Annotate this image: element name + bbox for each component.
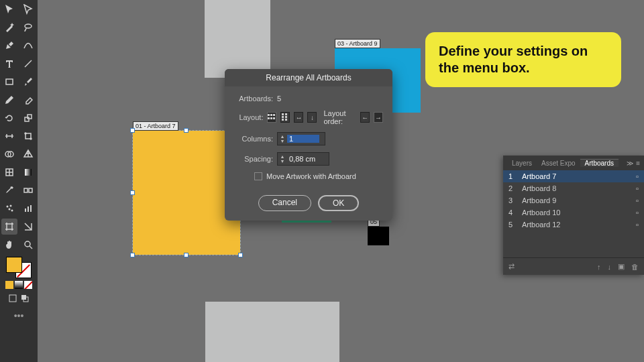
magic-wand-tool-icon[interactable] [1, 19, 17, 36]
spacing-label: Spacing: [234, 155, 273, 163]
list-item[interactable]: 3Artboard 9▫ [503, 194, 644, 206]
lasso-tool-icon[interactable] [20, 19, 36, 36]
blend-tool-icon[interactable] [20, 182, 36, 198]
rearrange-icon[interactable]: ⇄ [508, 262, 515, 271]
artboard-options-icon[interactable]: ▫ [636, 208, 639, 217]
eyedropper-tool-icon[interactable] [1, 182, 17, 198]
artboard-7-label: 01 - Artboard 7 [133, 121, 178, 131]
eraser-tool-icon[interactable] [20, 92, 36, 108]
spacing-stepper[interactable]: ▲▼ [278, 154, 287, 164]
artboards-count-label: Artboards: [234, 95, 273, 103]
layout-grid-col-button[interactable] [280, 112, 290, 123]
columns-stepper[interactable]: ▲▼ [278, 134, 287, 143]
svg-rect-28 [268, 117, 270, 119]
svg-point-15 [9, 208, 11, 210]
zoom-tool-icon[interactable] [20, 237, 36, 253]
svg-rect-29 [270, 117, 272, 119]
move-down-icon[interactable]: ↓ [608, 263, 612, 271]
artboard-list: 1Artboard 7▫ 2Artboard 8▫ 3Artboard 9▫ 4… [503, 170, 644, 231]
svg-rect-32 [282, 116, 284, 118]
paintbrush-tool-icon[interactable] [20, 74, 36, 90]
columns-input[interactable] [287, 135, 319, 143]
color-swatch-group: ••• [5, 257, 32, 321]
tool-grid [1, 1, 36, 253]
rotate-tool-icon[interactable] [1, 110, 17, 126]
artboard-tool-icon[interactable] [1, 219, 17, 235]
layout-order-ltr-button[interactable]: ← [360, 112, 370, 123]
line-tool-icon[interactable] [20, 56, 36, 72]
none-mode-icon[interactable] [24, 281, 32, 289]
svg-rect-36 [285, 119, 287, 121]
free-transform-tool-icon[interactable] [20, 128, 36, 144]
scale-tool-icon[interactable] [20, 110, 36, 126]
svg-point-0 [25, 24, 32, 28]
artboard-options-icon[interactable]: ▫ [636, 196, 639, 204]
layout-col-button[interactable]: ↓ [307, 112, 317, 123]
layout-label: Layout: [234, 113, 263, 121]
symbol-sprayer-tool-icon[interactable] [1, 200, 17, 217]
cancel-button[interactable]: Cancel [258, 195, 311, 211]
svg-rect-18 [28, 206, 29, 212]
move-artwork-label: Move Artwork with Artboard [266, 172, 356, 180]
type-tool-icon[interactable] [1, 56, 17, 72]
svg-rect-30 [273, 117, 275, 119]
tab-artboards[interactable]: Artboards [580, 159, 619, 167]
ok-button[interactable]: OK [318, 195, 359, 211]
svg-rect-25 [268, 114, 270, 116]
svg-rect-26 [270, 114, 272, 116]
new-artboard-icon[interactable]: ▣ [618, 262, 625, 271]
perspective-tool-icon[interactable] [20, 146, 36, 162]
color-mode-icon[interactable] [5, 281, 13, 289]
graph-tool-icon[interactable] [20, 200, 36, 217]
panel-menu-icon[interactable]: ≡ [636, 160, 640, 167]
artboard-9-label: 03 - Artboard 9 [335, 39, 380, 48]
svg-rect-10 [25, 169, 32, 176]
svg-point-6 [30, 138, 32, 139]
fill-swatch[interactable] [6, 257, 22, 273]
list-item[interactable]: 2Artboard 8▫ [503, 182, 644, 194]
draw-normal-icon[interactable] [7, 293, 18, 304]
artboard-options-icon[interactable]: ▫ [636, 184, 639, 192]
artboard-small[interactable]: 05 [368, 227, 389, 245]
fill-stroke-swatches[interactable] [6, 257, 32, 278]
rectangle-tool-icon[interactable] [1, 74, 17, 90]
spacing-input[interactable] [287, 155, 319, 163]
columns-label: Columns: [234, 135, 273, 143]
shape-builder-tool-icon[interactable] [1, 146, 17, 162]
artboard-options-icon[interactable]: ▫ [636, 172, 639, 180]
gradient-mode-icon[interactable] [15, 281, 23, 289]
list-item[interactable]: 5Artboard 12▫ [503, 219, 644, 231]
svg-rect-19 [30, 205, 32, 212]
move-up-icon[interactable]: ↑ [597, 263, 601, 271]
svg-point-14 [10, 205, 12, 207]
layout-row-button[interactable]: ↔ [294, 112, 303, 123]
pen-tool-icon[interactable] [1, 38, 17, 54]
list-item[interactable]: 1Artboard 7▫ [503, 170, 644, 182]
artboard-7[interactable]: 01 - Artboard 7 [133, 131, 240, 255]
panel-collapse-icon[interactable]: ≫ [627, 160, 633, 167]
pencil-tool-icon[interactable] [1, 92, 17, 108]
left-toolbar: ••• [0, 0, 38, 362]
curvature-tool-icon[interactable] [20, 38, 36, 54]
list-item[interactable]: 4Artboard 10▫ [503, 206, 644, 219]
draw-behind-icon[interactable] [19, 293, 30, 304]
slice-tool-icon[interactable] [20, 219, 36, 235]
hand-tool-icon[interactable] [1, 237, 17, 253]
tab-layers[interactable]: Layers [507, 160, 537, 167]
width-tool-icon[interactable] [1, 128, 17, 144]
artboards-panel: Layers Asset Expo Artboards ≫ ≡ 1Artboar… [503, 156, 644, 275]
svg-point-13 [7, 206, 9, 208]
rearrange-artboards-dialog: Rearrange All Artboards Artboards: 5 Lay… [225, 69, 392, 221]
layout-order-rtl-button[interactable]: → [374, 112, 383, 123]
layout-grid-row-button[interactable] [267, 112, 276, 123]
gradient-tool-icon[interactable] [20, 164, 36, 180]
artboard-options-icon[interactable]: ▫ [636, 221, 639, 229]
move-artwork-checkbox[interactable] [254, 172, 262, 180]
direct-selection-tool-icon[interactable] [20, 1, 36, 17]
tab-asset-export[interactable]: Asset Expo [537, 160, 580, 167]
toolbar-overflow-icon[interactable]: ••• [14, 310, 24, 321]
selection-tool-icon[interactable] [1, 1, 17, 17]
mesh-tool-icon[interactable] [1, 164, 17, 180]
delete-artboard-icon[interactable]: 🗑 [631, 263, 639, 271]
svg-rect-35 [285, 116, 287, 118]
